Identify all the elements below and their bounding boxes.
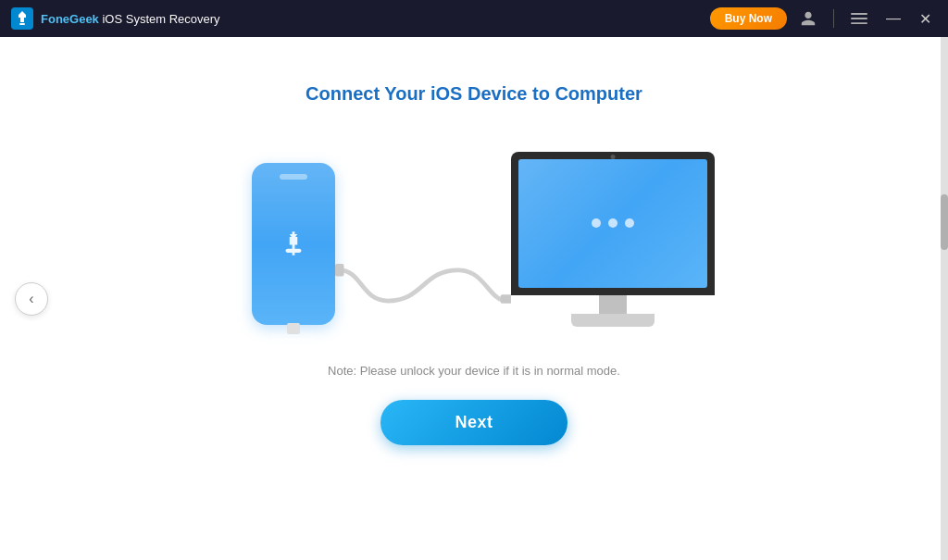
- menu-button[interactable]: [845, 6, 873, 31]
- phone-connector: [287, 323, 300, 334]
- screen-dot-1: [592, 218, 601, 228]
- app-title: FoneGeek iOS System Recovery: [41, 12, 710, 26]
- cable-svg: [335, 251, 511, 316]
- buy-now-button[interactable]: Buy Now: [710, 7, 787, 30]
- monitor-camera: [611, 155, 616, 159]
- svg-rect-4: [851, 22, 867, 24]
- note-text: Note: Please unlock your device if it is…: [328, 364, 620, 378]
- svg-rect-6: [501, 294, 511, 304]
- next-button[interactable]: Next: [380, 400, 567, 445]
- monitor-screen: [518, 159, 707, 288]
- scrollbar: [941, 37, 948, 560]
- titlebar: FoneGeek iOS System Recovery Buy Now — ✕: [0, 0, 948, 37]
- svg-rect-1: [19, 23, 25, 25]
- svg-rect-5: [335, 264, 344, 276]
- connection-illustration: [196, 132, 752, 336]
- chevron-left-icon: ‹: [29, 291, 33, 307]
- svg-rect-2: [851, 13, 867, 15]
- usb-cable: [335, 132, 511, 336]
- svg-rect-3: [851, 18, 867, 19]
- main-content: ‹ Connect Your iOS Device to Computer: [0, 37, 948, 560]
- minimize-button[interactable]: —: [880, 6, 906, 31]
- screen-dot-3: [625, 218, 634, 228]
- user-account-button[interactable]: [794, 6, 822, 31]
- monitor-icon: [511, 152, 715, 327]
- scrollbar-thumb: [941, 194, 948, 250]
- monitor-base: [571, 314, 655, 327]
- phone-icon: [252, 163, 335, 325]
- back-nav-button[interactable]: ‹: [15, 282, 48, 316]
- monitor-screen-frame: [511, 152, 715, 295]
- screen-dot-2: [608, 218, 617, 228]
- close-button[interactable]: ✕: [914, 6, 937, 31]
- app-logo: [11, 7, 33, 30]
- titlebar-divider: [833, 9, 834, 28]
- page-title: Connect Your iOS Device to Computer: [306, 83, 642, 105]
- usb-icon: [278, 228, 309, 259]
- monitor-neck: [599, 295, 627, 314]
- titlebar-controls: Buy Now — ✕: [710, 6, 937, 31]
